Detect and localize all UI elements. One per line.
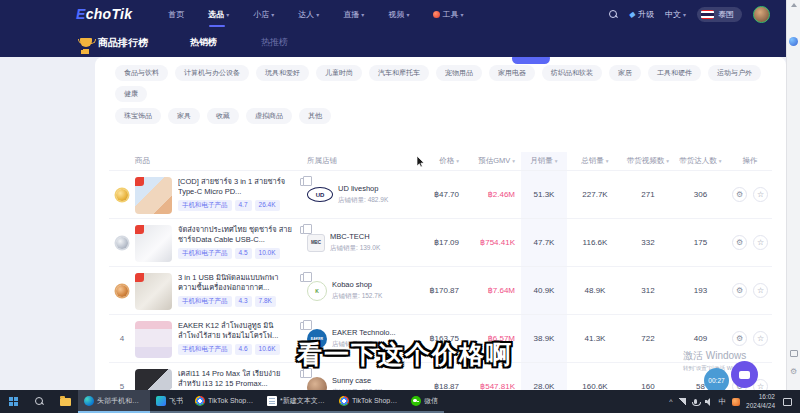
copy-icon[interactable] (300, 226, 307, 234)
product-title[interactable]: 3 in 1 USB มินิพัดลมแบบพกพา ความชื้นเครื… (178, 273, 296, 293)
ime-indicator[interactable]: 中 (719, 397, 727, 407)
category-chip[interactable]: 家用电器 (489, 65, 535, 81)
echotik-logo[interactable]: EchoTik (76, 6, 132, 22)
copy-icon[interactable] (300, 370, 307, 378)
col-price-sort[interactable]: 价格 (413, 156, 465, 166)
favorite-button[interactable] (753, 187, 768, 202)
shop-name[interactable]: MBC-TECH (330, 232, 380, 241)
favorite-button[interactable] (753, 331, 768, 346)
search-icon[interactable] (609, 10, 618, 19)
gear-icon[interactable] (790, 367, 797, 376)
category-chip[interactable]: 运动与户外 (708, 65, 761, 81)
category-chip[interactable]: 工具和硬件 (648, 65, 701, 81)
category-chip[interactable]: 食品与饮料 (115, 65, 168, 81)
nav-product-selection[interactable]: 选品 (208, 9, 229, 20)
network-icon[interactable] (679, 398, 686, 405)
tab-hot-promo[interactable]: 热推榜 (261, 36, 288, 49)
table-row[interactable]: [COD] สายชาร์จ 3 in 1 สายชาร์จ Type-C Mi… (109, 170, 772, 218)
shop-name[interactable]: UD liveshop (338, 184, 388, 193)
col-videos-sort[interactable]: 带货视频数 (623, 156, 673, 166)
copilot-icon[interactable] (789, 37, 798, 46)
category-chip[interactable]: 计算机与办公设备 (175, 65, 249, 81)
user-avatar[interactable] (753, 6, 770, 23)
product-title[interactable]: [COD] สายชาร์จ 3 in 1 สายชาร์จ Type-C Mi… (178, 177, 296, 197)
screenshot-icon[interactable] (790, 350, 798, 357)
taskbar-window-wechat[interactable]: 微信 (405, 390, 444, 413)
category-chip[interactable]: 虚拟商品 (246, 108, 292, 124)
taskbar-clock[interactable]: 16:02 2024/4/24 (746, 393, 775, 409)
category-chip[interactable]: 汽车和摩托车 (369, 65, 429, 81)
shop-logo[interactable]: K (307, 281, 327, 301)
language-selector[interactable]: 中文 (665, 9, 686, 20)
product-title[interactable]: EAKER K12 ลำโพงบลูทูธ มินิ ลำโพงไร้สาย พ… (178, 321, 296, 341)
shop-name[interactable]: Kobao shop (332, 280, 382, 289)
category-chip[interactable]: 珠宝饰品 (115, 108, 161, 124)
discount-badge-icon (135, 273, 144, 282)
category-chip[interactable]: 其他 (299, 108, 331, 124)
tray-app-icon[interactable] (732, 398, 740, 406)
product-image[interactable] (135, 369, 172, 390)
analysis-button[interactable] (732, 187, 747, 202)
product-image[interactable] (135, 225, 172, 262)
category-chip[interactable]: 玩具和爱好 (256, 65, 309, 81)
nav-influencers[interactable]: 达人 (298, 9, 319, 20)
category-chip[interactable]: 健康 (115, 86, 147, 102)
shop-sales: 店铺销量: 139.0K (330, 244, 380, 253)
notification-center-icon[interactable] (783, 398, 792, 406)
active-category-chip[interactable] (512, 57, 550, 64)
taskbar-window-notepad[interactable]: *新建文本文档.txt … (261, 390, 333, 413)
product-image[interactable] (135, 321, 172, 358)
analysis-button[interactable] (732, 331, 747, 346)
favorite-button[interactable] (753, 283, 768, 298)
col-gmv-sort[interactable]: 预估GMV (465, 156, 521, 166)
analysis-button[interactable] (732, 235, 747, 250)
table-row[interactable]: จัดส่งจากประเทศไทย ชุดชาร์จ สายชาร์จData… (109, 218, 772, 266)
col-monthly-sort[interactable]: 月销量 (521, 152, 567, 170)
tray-expand-icon[interactable]: ^ (669, 398, 672, 405)
country-selector[interactable]: 泰国 (697, 7, 742, 22)
category-chip[interactable]: 家居 (609, 65, 641, 81)
table-row[interactable]: 3 in 1 USB มินิพัดลมแบบพกพา ความชื้นเครื… (109, 266, 772, 314)
category-chip[interactable]: 家具 (168, 108, 200, 124)
scroll-up-icon[interactable] (791, 3, 797, 7)
shop-logo[interactable]: MBC (307, 234, 325, 252)
rating-badge: 4.6 (235, 344, 252, 355)
category-chip[interactable]: 宠物用品 (436, 65, 482, 81)
nav-tools[interactable]: 工具 (433, 9, 463, 20)
start-button[interactable] (0, 390, 26, 413)
nav-livestream[interactable]: 直播 (343, 9, 364, 20)
microphone-icon[interactable] (694, 399, 697, 404)
category-chip[interactable]: 纺织品和软装 (542, 65, 602, 81)
copy-icon[interactable] (300, 274, 307, 282)
analysis-button[interactable] (732, 283, 747, 298)
favorite-button[interactable] (753, 235, 768, 250)
file-explorer-button[interactable] (52, 390, 78, 413)
category-chip[interactable]: 收藏 (207, 108, 239, 124)
shop-sales: 店铺销量: 152.7K (332, 292, 382, 301)
taskbar-window-chrome-2[interactable]: TikTok Shop Sel... (333, 390, 405, 413)
shop-name[interactable]: EAKER Technolo... (332, 328, 396, 337)
taskbar-window-feishu[interactable]: 飞书 (150, 390, 189, 413)
tab-hot-sales[interactable]: 热销榜 (190, 36, 217, 49)
shop-name[interactable]: Sunny case (332, 376, 382, 385)
taskbar-window-edge[interactable]: 头部手机和电子产… (78, 390, 150, 413)
copy-icon[interactable] (300, 322, 307, 330)
nav-shops[interactable]: 小店 (253, 9, 274, 20)
col-total-sort[interactable]: 总销量 (567, 156, 623, 166)
col-influencers-sort[interactable]: 带货达人数 (673, 156, 728, 166)
shop-logo[interactable]: UD (307, 187, 333, 202)
product-image[interactable] (135, 177, 172, 214)
copy-icon[interactable] (300, 178, 307, 186)
product-image[interactable] (135, 273, 172, 310)
taskbar-search-button[interactable] (26, 390, 52, 413)
upgrade-button[interactable]: 升级 (629, 9, 654, 20)
product-title[interactable]: เคสi11 14 Pro Max ใส เรียบง่าย สำหรับ i1… (178, 369, 296, 389)
category-chip[interactable]: 儿童时尚 (316, 65, 362, 81)
taskbar-window-chrome-1[interactable]: TikTok Shop Sel... (189, 390, 261, 413)
product-title[interactable]: จัดส่งจากประเทศไทย ชุดชาร์จ สายชาร์จData… (178, 225, 296, 245)
chat-float-button[interactable] (731, 361, 758, 388)
shop-logo[interactable] (307, 377, 327, 391)
nav-videos[interactable]: 视频 (388, 9, 409, 20)
volume-icon[interactable] (705, 398, 713, 406)
nav-home[interactable]: 首页 (168, 9, 184, 20)
